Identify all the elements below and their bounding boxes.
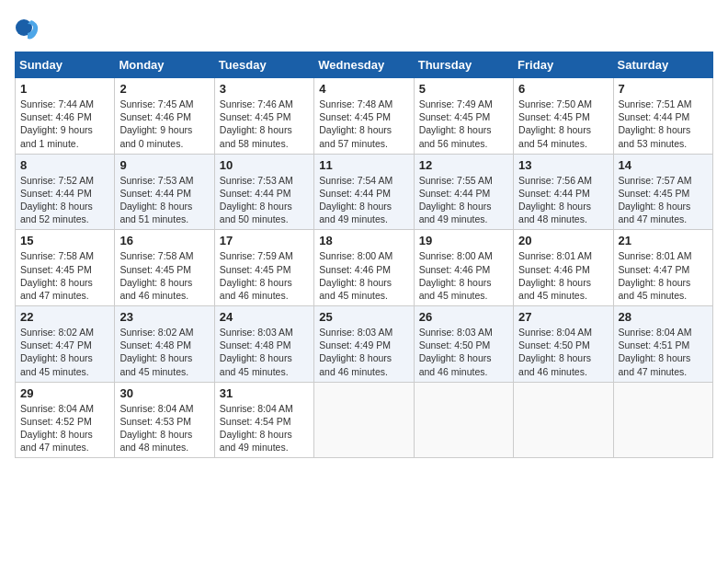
cell-info: Sunrise: 8:04 AM Sunset: 4:50 PM Dayligh… (518, 326, 608, 378)
cell-info: Sunrise: 7:58 AM Sunset: 4:45 PM Dayligh… (119, 249, 209, 302)
day-number: 28 (619, 310, 708, 324)
calendar-cell: 10 Sunrise: 7:53 AM Sunset: 4:44 PM Dayl… (214, 154, 313, 230)
calendar-cell: 20 Sunrise: 8:01 AM Sunset: 4:46 PM Dayl… (514, 230, 613, 306)
calendar-cell: 2 Sunrise: 7:45 AM Sunset: 4:46 PM Dayli… (115, 78, 214, 155)
calendar-cell: 21 Sunrise: 8:01 AM Sunset: 4:47 PM Dayl… (613, 230, 712, 306)
day-number: 3 (220, 82, 309, 96)
cell-info: Sunrise: 7:44 AM Sunset: 4:46 PM Dayligh… (20, 98, 109, 150)
calendar-cell: 13 Sunrise: 7:56 AM Sunset: 4:44 PM Dayl… (514, 154, 613, 230)
weekday-header: Wednesday (314, 52, 414, 78)
calendar-cell: 12 Sunrise: 7:55 AM Sunset: 4:44 PM Dayl… (414, 154, 513, 230)
cell-info: Sunrise: 7:59 AM Sunset: 4:45 PM Dayligh… (220, 249, 309, 302)
cell-info: Sunrise: 8:00 AM Sunset: 4:46 PM Dayligh… (319, 249, 408, 302)
day-number: 25 (319, 310, 408, 324)
day-number: 7 (619, 82, 708, 96)
calendar-cell: 17 Sunrise: 7:59 AM Sunset: 4:45 PM Dayl… (214, 230, 313, 306)
cell-info: Sunrise: 7:53 AM Sunset: 4:44 PM Dayligh… (220, 174, 309, 226)
weekday-header: Tuesday (214, 52, 313, 78)
day-number: 19 (419, 234, 508, 247)
calendar-cell: 25 Sunrise: 8:03 AM Sunset: 4:49 PM Dayl… (314, 306, 414, 383)
day-number: 6 (518, 82, 608, 96)
calendar-cell: 1 Sunrise: 7:44 AM Sunset: 4:46 PM Dayli… (16, 78, 115, 155)
cell-info: Sunrise: 8:01 AM Sunset: 4:46 PM Dayligh… (518, 249, 608, 302)
cell-info: Sunrise: 7:54 AM Sunset: 4:44 PM Dayligh… (319, 174, 408, 226)
cell-info: Sunrise: 7:55 AM Sunset: 4:44 PM Dayligh… (419, 174, 508, 226)
day-number: 2 (119, 82, 209, 96)
calendar-cell: 28 Sunrise: 8:04 AM Sunset: 4:51 PM Dayl… (613, 306, 712, 383)
day-number: 18 (319, 234, 408, 247)
cell-info: Sunrise: 8:04 AM Sunset: 4:51 PM Dayligh… (619, 326, 708, 378)
calendar-cell: 29 Sunrise: 8:04 AM Sunset: 4:52 PM Dayl… (16, 382, 115, 458)
calendar-cell: 9 Sunrise: 7:53 AM Sunset: 4:44 PM Dayli… (115, 154, 214, 230)
day-number: 17 (220, 234, 309, 247)
day-number: 30 (119, 386, 209, 400)
calendar-cell: 6 Sunrise: 7:50 AM Sunset: 4:45 PM Dayli… (514, 78, 613, 155)
day-number: 22 (20, 310, 109, 324)
calendar-cell: 14 Sunrise: 7:57 AM Sunset: 4:45 PM Dayl… (613, 154, 712, 230)
day-number: 8 (20, 158, 109, 172)
day-number: 31 (220, 386, 309, 400)
day-number: 11 (319, 158, 408, 172)
weekday-header: Monday (115, 52, 214, 78)
cell-info: Sunrise: 8:00 AM Sunset: 4:46 PM Dayligh… (419, 249, 508, 302)
calendar-cell: 23 Sunrise: 8:02 AM Sunset: 4:48 PM Dayl… (115, 306, 214, 383)
day-number: 24 (220, 310, 309, 324)
calendar-cell: 4 Sunrise: 7:48 AM Sunset: 4:45 PM Dayli… (314, 78, 414, 155)
day-number: 1 (20, 82, 109, 96)
day-number: 16 (119, 234, 209, 247)
day-number: 27 (518, 310, 608, 324)
day-number: 10 (220, 158, 309, 172)
cell-info: Sunrise: 8:04 AM Sunset: 4:52 PM Dayligh… (20, 402, 109, 454)
day-number: 23 (119, 310, 209, 324)
calendar-cell (414, 382, 513, 458)
cell-info: Sunrise: 8:04 AM Sunset: 4:54 PM Dayligh… (220, 402, 309, 454)
header-row: SundayMondayTuesdayWednesdayThursdayFrid… (16, 52, 713, 78)
day-number: 5 (419, 82, 508, 96)
logo-icon (15, 15, 40, 40)
day-number: 21 (619, 234, 708, 247)
cell-info: Sunrise: 8:02 AM Sunset: 4:48 PM Dayligh… (119, 326, 209, 378)
cell-info: Sunrise: 7:51 AM Sunset: 4:44 PM Dayligh… (619, 98, 708, 150)
calendar-cell: 26 Sunrise: 8:03 AM Sunset: 4:50 PM Dayl… (414, 306, 513, 383)
cell-info: Sunrise: 8:03 AM Sunset: 4:49 PM Dayligh… (319, 326, 408, 378)
weekday-header: Thursday (414, 52, 513, 78)
cell-info: Sunrise: 8:02 AM Sunset: 4:47 PM Dayligh… (20, 326, 109, 378)
calendar-cell: 31 Sunrise: 8:04 AM Sunset: 4:54 PM Dayl… (214, 382, 313, 458)
calendar-cell: 15 Sunrise: 7:58 AM Sunset: 4:45 PM Dayl… (16, 230, 115, 306)
calendar-week-row: 1 Sunrise: 7:44 AM Sunset: 4:46 PM Dayli… (16, 78, 713, 155)
calendar-body: 1 Sunrise: 7:44 AM Sunset: 4:46 PM Dayli… (16, 78, 713, 458)
page-header (15, 15, 713, 40)
cell-info: Sunrise: 8:03 AM Sunset: 4:48 PM Dayligh… (220, 326, 309, 378)
calendar-week-row: 29 Sunrise: 8:04 AM Sunset: 4:52 PM Dayl… (16, 382, 713, 458)
calendar-week-row: 8 Sunrise: 7:52 AM Sunset: 4:44 PM Dayli… (16, 154, 713, 230)
cell-info: Sunrise: 7:45 AM Sunset: 4:46 PM Dayligh… (119, 98, 209, 150)
day-number: 9 (119, 158, 209, 172)
day-number: 15 (20, 234, 109, 247)
calendar-cell: 18 Sunrise: 8:00 AM Sunset: 4:46 PM Dayl… (314, 230, 414, 306)
calendar-cell: 22 Sunrise: 8:02 AM Sunset: 4:47 PM Dayl… (16, 306, 115, 383)
day-number: 20 (518, 234, 608, 247)
day-number: 13 (518, 158, 608, 172)
cell-info: Sunrise: 7:48 AM Sunset: 4:45 PM Dayligh… (319, 98, 408, 150)
day-number: 26 (419, 310, 508, 324)
day-number: 29 (20, 386, 109, 400)
calendar-week-row: 15 Sunrise: 7:58 AM Sunset: 4:45 PM Dayl… (16, 230, 713, 306)
calendar-cell: 30 Sunrise: 8:04 AM Sunset: 4:53 PM Dayl… (115, 382, 214, 458)
cell-info: Sunrise: 8:04 AM Sunset: 4:53 PM Dayligh… (119, 402, 209, 454)
cell-info: Sunrise: 7:52 AM Sunset: 4:44 PM Dayligh… (20, 174, 109, 226)
calendar-table: SundayMondayTuesdayWednesdayThursdayFrid… (15, 52, 713, 458)
cell-info: Sunrise: 7:57 AM Sunset: 4:45 PM Dayligh… (619, 174, 708, 226)
cell-info: Sunrise: 8:01 AM Sunset: 4:47 PM Dayligh… (619, 249, 708, 302)
cell-info: Sunrise: 7:53 AM Sunset: 4:44 PM Dayligh… (119, 174, 209, 226)
cell-info: Sunrise: 7:58 AM Sunset: 4:45 PM Dayligh… (20, 249, 109, 302)
calendar-week-row: 22 Sunrise: 8:02 AM Sunset: 4:47 PM Dayl… (16, 306, 713, 383)
cell-info: Sunrise: 7:50 AM Sunset: 4:45 PM Dayligh… (518, 98, 608, 150)
calendar-cell: 8 Sunrise: 7:52 AM Sunset: 4:44 PM Dayli… (16, 154, 115, 230)
calendar-cell: 7 Sunrise: 7:51 AM Sunset: 4:44 PM Dayli… (613, 78, 712, 155)
cell-info: Sunrise: 7:49 AM Sunset: 4:45 PM Dayligh… (419, 98, 508, 150)
calendar-cell: 27 Sunrise: 8:04 AM Sunset: 4:50 PM Dayl… (514, 306, 613, 383)
calendar-cell: 5 Sunrise: 7:49 AM Sunset: 4:45 PM Dayli… (414, 78, 513, 155)
logo (15, 15, 44, 40)
calendar-cell: 19 Sunrise: 8:00 AM Sunset: 4:46 PM Dayl… (414, 230, 513, 306)
calendar-cell: 3 Sunrise: 7:46 AM Sunset: 4:45 PM Dayli… (214, 78, 313, 155)
